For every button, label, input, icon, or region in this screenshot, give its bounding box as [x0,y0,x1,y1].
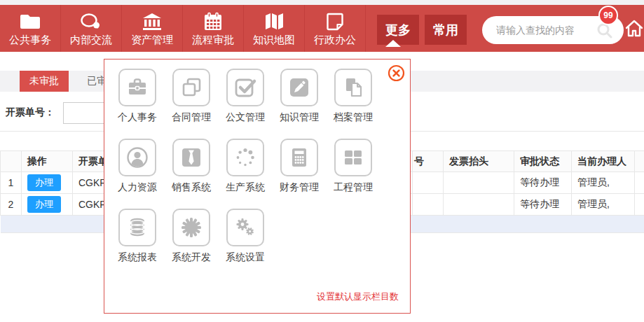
bank-icon [141,10,163,31]
table-cell [635,172,644,194]
panel-item-label: 公文管理 [226,111,265,124]
panel-item-label: 系统报表 [118,251,157,264]
nav-item-folder[interactable]: 公共事务 [0,5,61,52]
folder-icon [19,10,41,31]
grid-icon [334,139,372,176]
panel-grid-row: 个人事务合同管理公文管理知识管理档案管理 [118,69,410,124]
panel-item-label: 财务管理 [280,181,319,194]
table-cell: 2 [1,194,22,216]
column-header: 号 [413,151,444,172]
pages-icon [334,69,372,106]
pencil-icon [280,69,318,106]
column-header: 当前办理人 [572,151,635,172]
panel-item-label: 个人事务 [118,111,157,124]
column-header: 操作 [22,151,73,172]
table-cell [635,194,644,216]
nav-item-bank[interactable]: 资产管理 [122,5,183,52]
panel-item-label: 生产系统 [226,181,265,194]
panel-item-copy[interactable]: 合同管理 [172,69,211,124]
gears-icon [226,209,264,246]
briefcase-icon [118,69,156,106]
check-square-icon [226,69,264,106]
nav-item-chat[interactable]: 内部交流 [61,5,122,52]
panel-item-label: 人力资源 [118,181,157,194]
tie-icon [172,139,210,176]
search-input[interactable] [495,20,596,40]
copy-icon [172,69,210,106]
column-header [1,151,22,172]
calculator-icon [280,139,318,176]
panel-grid: 个人事务合同管理公文管理知识管理档案管理人力资源销售系统生产系统财务管理工程管理… [104,69,410,264]
nav-item-label: 公共事务 [9,34,51,46]
table-cell: 1 [1,172,22,194]
nav-items: 公共事务内部交流资产管理流程审批知识地图行政办公 [0,5,366,52]
home-icon[interactable] [624,18,644,42]
gear-burst-icon [172,209,210,246]
table-cell: 管理员, [572,194,635,216]
panel-item-check-square[interactable]: 公文管理 [226,69,265,124]
set-default-columns-link[interactable]: 设置默认显示栏目数 [317,290,399,303]
nav-item-label: 内部交流 [70,34,112,46]
panel-item-grid[interactable]: 工程管理 [334,139,373,194]
handle-button[interactable]: 办理 [27,174,61,191]
chat-icon [79,10,103,31]
top-strip [0,0,644,5]
panel-item-label: 系统设置 [226,251,265,264]
table-cell: 等待办理 [514,194,572,216]
column-header [635,151,644,172]
panel-item-user[interactable]: 人力资源 [118,139,157,194]
notification-badge: 99 [598,6,618,25]
table-cell: 等待办理 [514,172,572,194]
panel-item-calculator[interactable]: 财务管理 [280,139,319,194]
handle-button[interactable]: 办理 [27,196,61,213]
panel-item-pages[interactable]: 档案管理 [334,69,373,124]
panel-item-label: 销售系统 [172,181,211,194]
panel-item-spinner[interactable]: 生产系统 [226,139,265,194]
document-icon [324,10,345,31]
panel-item-label: 知识管理 [280,111,319,124]
spinner-icon [226,139,264,176]
app-page: 公共事务内部交流资产管理流程审批知识地图行政办公 更多 常用 99 未审批 已审… [0,0,644,322]
panel-item-database[interactable]: 系统报表 [118,209,157,264]
nav-item-label: 流程审批 [192,34,234,46]
panel-item-tie[interactable]: 销售系统 [172,139,211,194]
top-navbar: 公共事务内部交流资产管理流程审批知识地图行政办公 更多 常用 99 [0,5,644,52]
common-button[interactable]: 常用 [425,15,467,45]
panel-item-gear-burst[interactable]: 系统开发 [172,209,211,264]
nav-item-calendar[interactable]: 流程审批 [183,5,244,52]
calendar-icon [202,10,224,31]
search-icon[interactable] [596,22,614,43]
database-icon [118,209,156,246]
panel-item-gears[interactable]: 系统设置 [226,209,265,264]
table-cell [413,194,444,216]
nav-item-label: 行政办公 [314,34,356,46]
panel-item-briefcase[interactable]: 个人事务 [118,69,157,124]
user-icon [118,139,156,176]
close-icon[interactable] [388,64,405,82]
more-apps-panel: 个人事务合同管理公文管理知识管理档案管理人力资源销售系统生产系统财务管理工程管理… [104,59,411,314]
panel-item-pencil[interactable]: 知识管理 [280,69,319,124]
invoice-no-label: 开票单号： [6,106,55,119]
panel-grid-row: 系统报表系统开发系统设置 [118,209,410,264]
panel-item-label: 工程管理 [334,181,373,194]
panel-callout-arrow [385,40,401,47]
panel-grid-row: 人力资源销售系统生产系统财务管理工程管理 [118,139,410,194]
nav-item-label: 知识地图 [253,34,295,46]
table-cell [444,194,514,216]
map-icon [263,10,285,31]
column-header: 审批状态 [514,151,572,172]
table-cell: 管理员, [572,172,635,194]
panel-item-label: 系统开发 [172,251,211,264]
column-header: 发票抬头 [444,151,514,172]
panel-item-label: 档案管理 [334,111,373,124]
nav-item-map[interactable]: 知识地图 [244,5,305,52]
table-cell [413,172,444,194]
nav-item-document[interactable]: 行政办公 [305,5,366,52]
table-cell [444,172,514,194]
tab-unapproved[interactable]: 未审批 [20,71,69,92]
panel-item-label: 合同管理 [172,111,211,124]
nav-item-label: 资产管理 [131,34,173,46]
